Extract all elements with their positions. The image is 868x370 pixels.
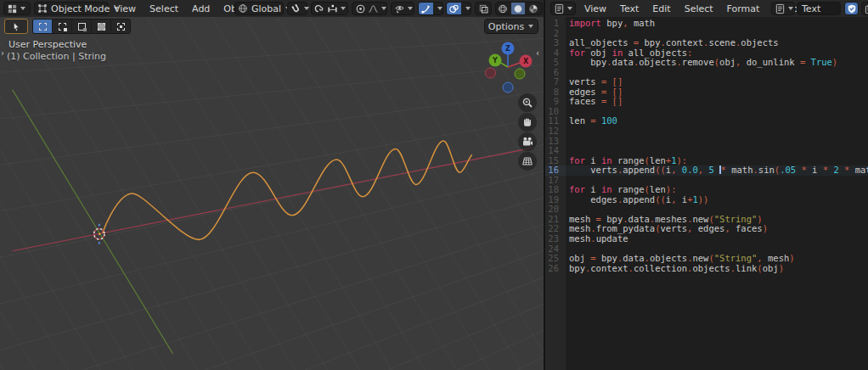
xray-icon: [478, 3, 489, 14]
show-gizmo-dropdown[interactable]: [391, 2, 414, 15]
chevron-down-icon: [528, 25, 533, 28]
camera-icon: [521, 136, 533, 148]
snap-increment-icon[interactable]: [327, 3, 338, 14]
text-editor-header: ViewTextEditSelectFormatTemplates Text: [544, 0, 868, 18]
magnet-icon: [290, 3, 302, 14]
gizmos-icon[interactable]: [419, 3, 433, 14]
toolbar-expand-arrow[interactable]: ›: [1, 49, 4, 58]
gizmo-axis-neg-z[interactable]: [503, 82, 513, 92]
editor-type-dropdown-text[interactable]: [550, 2, 576, 15]
editor-type-dropdown[interactable]: [3, 2, 31, 15]
y-axis-line: [13, 90, 173, 354]
floor-grid: [0, 17, 544, 370]
options-label: Options: [488, 21, 524, 32]
falloff-curve-icon[interactable]: [368, 3, 379, 14]
chevron-down-icon: [20, 7, 25, 10]
line-number: 5: [545, 58, 562, 68]
camera-view-button[interactable]: [518, 132, 537, 151]
line-number: 23: [545, 234, 562, 244]
line-number: 14: [545, 146, 562, 156]
viewport-editor-icon: [7, 3, 18, 14]
texteditor-menu-format[interactable]: Format: [720, 3, 767, 14]
xray-toggle-button[interactable]: [475, 2, 492, 15]
line-number: 25: [545, 254, 562, 264]
navigation-gizmo[interactable]: Z Y X: [484, 39, 533, 97]
text-editor[interactable]: 1import bpy, math23all_objects = bpy.con…: [544, 17, 868, 370]
viewport-header: Object Mode ViewSelectAddObject Global: [0, 0, 544, 18]
orientation-label: Global: [250, 3, 283, 14]
datablock-name: Text: [800, 3, 822, 14]
gizmo-x-label: X: [523, 58, 529, 65]
gizmo-z-label: Z: [505, 45, 510, 53]
datablock-browse-button[interactable]: [771, 2, 795, 15]
blender-window: Object Mode ViewSelectAddObject Global: [0, 0, 868, 370]
gizmos-dropdown[interactable]: [435, 3, 445, 14]
gizmos-toggle-group: [418, 2, 443, 15]
code-line: 12: [545, 126, 868, 137]
select-mode-intersect[interactable]: [111, 20, 130, 33]
text-datablock-icon: [775, 3, 786, 14]
fake-user-shield-button[interactable]: [844, 2, 859, 15]
gizmo-y-label: Y: [492, 57, 498, 64]
code-line: 16 verts.append((i, 0.0, 5 * math.sin(.0…: [545, 165, 868, 176]
viewport-menu-select[interactable]: Select: [143, 3, 185, 14]
chevron-down-icon: [788, 7, 793, 10]
select-subtract-icon: [78, 23, 86, 31]
x-axis-line: [13, 149, 532, 251]
pan-button[interactable]: [518, 113, 537, 132]
chevron-down-icon: [567, 7, 572, 10]
chevron-down-icon[interactable]: [341, 7, 346, 10]
shading-material-icon[interactable]: [527, 3, 540, 14]
select-mode-invert[interactable]: [92, 20, 111, 33]
texteditor-menu-edit[interactable]: Edit: [645, 3, 677, 14]
texteditor-menu-view[interactable]: View: [578, 3, 613, 14]
options-dropdown[interactable]: Options: [484, 19, 538, 34]
code-line: 9faces = []: [545, 97, 868, 107]
snap-toggle-button[interactable]: [287, 2, 307, 15]
mode-dropdown[interactable]: Object Mode: [34, 2, 109, 15]
select-extend-icon: [59, 23, 66, 31]
code-line: 23mesh.update: [545, 234, 868, 244]
code-area[interactable]: 1import bpy, math23all_objects = bpy.con…: [545, 19, 868, 273]
active-tool-button[interactable]: [4, 19, 28, 34]
magnifier-plus-icon: [521, 97, 533, 109]
select-mode-subtract[interactable]: [72, 20, 92, 33]
chevron-down-icon: [465, 7, 471, 10]
texteditor-menu-text[interactable]: Text: [613, 3, 645, 14]
viewport-menu-view[interactable]: View: [107, 3, 143, 14]
gizmo-axis-neg-x[interactable]: [486, 68, 496, 78]
texteditor-menu-select[interactable]: Select: [678, 3, 720, 14]
zoom-button[interactable]: [518, 93, 537, 112]
snap-spiral-icon[interactable]: [314, 3, 325, 14]
toggle-ortho-button[interactable]: [518, 152, 537, 171]
copy-datablock-button[interactable]: [861, 2, 868, 15]
select-mode-extend[interactable]: [53, 20, 72, 33]
chevron-down-icon[interactable]: [381, 7, 386, 10]
line-number: 3: [545, 38, 562, 48]
chevron-down-icon: [437, 7, 442, 10]
hand-icon: [521, 116, 533, 128]
globe-orientation-icon: [238, 3, 248, 14]
overlays-toggle-group: [446, 2, 471, 15]
select-mode-set[interactable]: [33, 20, 53, 33]
code-line: 26bpy.context.collection.objects.link(ob…: [545, 264, 868, 274]
text-editor-icon: [554, 3, 565, 14]
snap-settings-group: [311, 2, 348, 15]
overlays-icon[interactable]: [447, 3, 461, 14]
select-mode-group: [32, 19, 131, 34]
shading-wireframe-icon[interactable]: [496, 3, 510, 14]
viewport-menu-add[interactable]: Add: [185, 3, 217, 14]
shading-solid-icon[interactable]: [511, 3, 525, 14]
select-intersect-icon: [117, 23, 125, 31]
datablock-name-field[interactable]: Text: [797, 2, 841, 15]
gizmo-axis-neg-y[interactable]: [515, 69, 525, 79]
viewport-3d[interactable]: Options User Perspective (1) Collection …: [0, 17, 544, 370]
viewport-canvas: [0, 17, 544, 370]
proportional-edit-icon[interactable]: [355, 3, 366, 14]
sidebar-expand-arrow[interactable]: ‹: [536, 49, 539, 58]
visibility-eye-icon: [394, 3, 405, 14]
context-breadcrumb-label: (1) Collection | String: [7, 51, 106, 62]
tool-settings-bar: Options: [0, 17, 544, 34]
transform-orientation-dropdown[interactable]: Global: [234, 2, 284, 15]
overlays-dropdown[interactable]: [463, 3, 473, 14]
